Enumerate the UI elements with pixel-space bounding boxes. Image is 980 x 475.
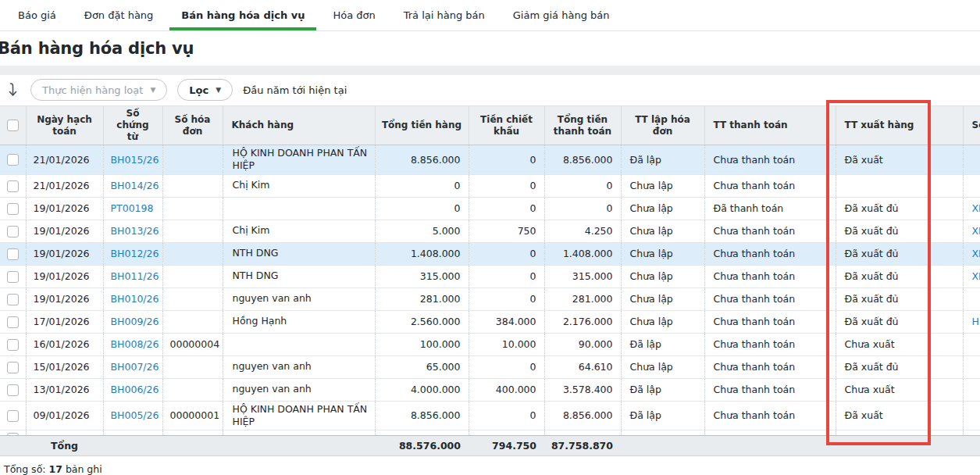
cell-customer: NTH DNG bbox=[223, 265, 375, 288]
cell-export-status: Đã xuất đủ bbox=[836, 265, 963, 288]
filter-button[interactable]: Lọc ▼ bbox=[177, 79, 233, 101]
tab-4[interactable]: Trả lại hàng bán bbox=[392, 0, 497, 30]
column-header-export_doc[interactable]: Số bbox=[963, 106, 980, 145]
row-checkbox-cell bbox=[0, 401, 26, 430]
row-checkbox[interactable] bbox=[7, 410, 19, 422]
column-header-doc_no[interactable]: Số chứng từ bbox=[103, 106, 162, 145]
row-checkbox[interactable] bbox=[7, 154, 19, 166]
select-all-checkbox[interactable] bbox=[7, 120, 19, 131]
table-row[interactable]: 19/01/2026BH012/26NTH DNG1.408.00001.408… bbox=[0, 242, 980, 265]
table-row[interactable]: 19/01/2026BH010/26nguyen van anh281.0000… bbox=[0, 288, 980, 310]
cell-posting-date: 21/01/2026 bbox=[26, 174, 103, 197]
row-checkbox[interactable] bbox=[7, 248, 19, 260]
column-header-invoice_status[interactable]: TT lập hóa đơn bbox=[621, 106, 704, 145]
cell-doc-no[interactable]: BH013/26 bbox=[103, 220, 162, 242]
row-checkbox[interactable] bbox=[7, 203, 19, 215]
table-row[interactable]: 19/01/2026BH011/26NTH DNG315.0000315.000… bbox=[0, 265, 980, 288]
cell-doc-no[interactable]: BH015/26 bbox=[103, 145, 162, 175]
record-count: Tổng số: 17 bản ghi bbox=[0, 463, 980, 475]
table-row[interactable]: 17/01/2026BH009/26Hồng Hạnh2.560.000384.… bbox=[0, 310, 980, 333]
table-row[interactable]: 13/01/2026BH006/26nguyen van anh4.000.00… bbox=[0, 378, 980, 401]
cell-doc-no[interactable]: BH005/26 bbox=[103, 401, 162, 430]
row-checkbox[interactable] bbox=[7, 226, 19, 238]
cell-posting-date: 09/01/2026 bbox=[26, 401, 103, 430]
cell-export-doc[interactable]: HH bbox=[963, 310, 980, 333]
cell-discount: 0 bbox=[469, 401, 544, 430]
total-empty-cell bbox=[103, 436, 162, 456]
column-header-invoice_no[interactable]: Số hóa đơn bbox=[162, 106, 223, 145]
column-header-payment_status[interactable]: TT thanh toán bbox=[704, 106, 836, 145]
cell-export-doc[interactable]: XK bbox=[963, 265, 980, 288]
select-all-header bbox=[0, 106, 26, 145]
cell-doc-no[interactable]: BH010/26 bbox=[103, 288, 162, 310]
cell-payment-status: Chưa thanh toán bbox=[704, 220, 836, 242]
cell-doc-no[interactable]: BH007/26 bbox=[103, 355, 162, 378]
cell-total-goods: 4.000.000 bbox=[375, 378, 469, 401]
total-empty-cell bbox=[704, 436, 836, 456]
row-checkbox[interactable] bbox=[7, 294, 19, 305]
table-row[interactable]: 21/01/2026BH014/26Chị Kim000Chưa lậpChưa… bbox=[0, 174, 980, 197]
column-header-total_payment[interactable]: Tổng tiền thanh toán bbox=[544, 106, 621, 145]
cell-export-status: Chưa xuất bbox=[836, 333, 963, 355]
row-checkbox[interactable] bbox=[7, 362, 19, 373]
batch-actions-label: Thực hiện hàng loạt bbox=[42, 84, 143, 96]
period-label: Đầu năm tới hiện tại bbox=[243, 84, 347, 96]
row-checkbox[interactable] bbox=[7, 339, 19, 351]
cell-doc-no[interactable]: BH012/26 bbox=[103, 242, 162, 265]
batch-actions-button[interactable]: Thực hiện hàng loạt ▼ bbox=[30, 79, 167, 101]
column-header-customer[interactable]: Khách hàng bbox=[223, 106, 375, 145]
cell-doc-no[interactable]: PT00198 bbox=[103, 197, 162, 220]
clipped-cell bbox=[0, 430, 26, 436]
table-row[interactable]: 09/01/2026BH005/2600000001HỘ KINH DOANH … bbox=[0, 401, 980, 430]
row-checkbox[interactable] bbox=[7, 384, 19, 396]
cell-export-doc[interactable]: XK bbox=[963, 220, 980, 242]
cell-doc-no[interactable]: BH006/26 bbox=[103, 378, 162, 401]
cell-posting-date: 21/01/2026 bbox=[26, 145, 103, 175]
tab-3[interactable]: Hóa đơn bbox=[321, 0, 387, 30]
tab-1[interactable]: Đơn đặt hàng bbox=[73, 0, 166, 30]
cell-export-doc[interactable]: XK bbox=[963, 197, 980, 220]
tab-5[interactable]: Giảm giá hàng bán bbox=[501, 0, 622, 30]
table-row[interactable]: 16/01/2026BH008/2600000004100.00010.0009… bbox=[0, 333, 980, 355]
record-count-value: 17 bbox=[48, 463, 62, 475]
tab-2[interactable]: Bán hàng hóa dịch vụ bbox=[169, 0, 316, 30]
total-empty-cell bbox=[223, 436, 375, 456]
cell-posting-date: 17/01/2026 bbox=[26, 310, 103, 333]
cell-export-doc bbox=[963, 174, 980, 197]
cell-total-goods: 0 bbox=[375, 197, 469, 220]
cell-doc-no[interactable]: BH011/26 bbox=[103, 265, 162, 288]
cell-total-payment: 64.610 bbox=[544, 355, 621, 378]
tab-0[interactable]: Báo giá bbox=[6, 0, 68, 30]
cell-export-doc bbox=[963, 288, 980, 310]
row-checkbox[interactable] bbox=[7, 271, 19, 283]
cell-doc-no[interactable]: BH014/26 bbox=[103, 174, 162, 197]
table-row[interactable]: 19/01/2026PT00198000Chưa lậpĐã thanh toá… bbox=[0, 197, 980, 220]
cell-customer: Hồng Hạnh bbox=[223, 310, 375, 333]
column-header-export_status[interactable]: TT xuất hàng bbox=[836, 106, 963, 145]
cell-doc-no[interactable]: BH008/26 bbox=[103, 333, 162, 355]
cell-invoice-status: Chưa lập bbox=[621, 288, 704, 310]
row-checkbox[interactable] bbox=[7, 180, 19, 192]
download-arrow-icon[interactable] bbox=[5, 82, 20, 98]
cell-total-payment: 0 bbox=[544, 197, 621, 220]
cell-payment-status: Đã thanh toán bbox=[704, 197, 836, 220]
column-header-discount[interactable]: Tiền chiết khấu bbox=[469, 106, 544, 145]
cell-invoice-no bbox=[162, 288, 223, 310]
cell-invoice-status: Đã lập bbox=[621, 145, 704, 175]
table-row[interactable]: 15/01/2026BH007/26nguyen van anh65.00006… bbox=[0, 355, 980, 378]
table-row[interactable]: 19/01/2026BH013/26Chị Kim5.0007504.250Ch… bbox=[0, 220, 980, 242]
cell-doc-no[interactable]: BH009/26 bbox=[103, 310, 162, 333]
cell-export-doc[interactable]: XK bbox=[963, 242, 980, 265]
module-tabbar: Báo giáĐơn đặt hàngBán hàng hóa dịch vụH… bbox=[0, 0, 980, 31]
cell-total-goods: 281.000 bbox=[375, 288, 469, 310]
cell-export-status: Đã xuất đủ bbox=[836, 220, 963, 242]
row-checkbox[interactable] bbox=[7, 316, 19, 328]
table-row[interactable]: 21/01/2026BH015/26HỘ KINH DOANH PHAN TẤN… bbox=[0, 145, 980, 175]
clipped-cell bbox=[621, 430, 704, 436]
total-total_payment: 87.758.870 bbox=[544, 436, 621, 456]
cell-invoice-status: Chưa lập bbox=[621, 197, 704, 220]
cell-export-status: Đã xuất bbox=[836, 145, 963, 175]
column-header-total_goods[interactable]: Tổng tiền hàng bbox=[375, 106, 469, 145]
column-header-date[interactable]: Ngày hạch toán bbox=[26, 106, 103, 145]
clipped-cell bbox=[223, 430, 375, 436]
